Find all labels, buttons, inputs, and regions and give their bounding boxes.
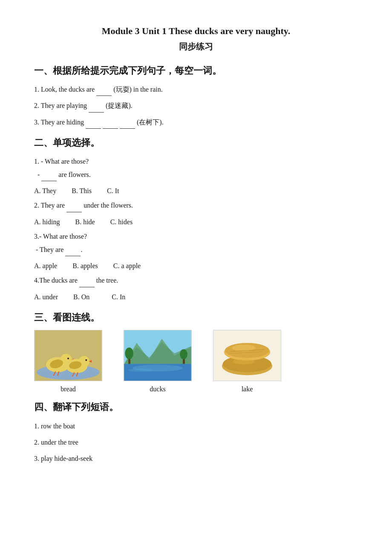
q3-blank1[interactable] bbox=[86, 121, 101, 129]
section2-q1: 1. - What are those? - are flowers. bbox=[34, 155, 358, 181]
image-item-ducks: bread bbox=[34, 330, 102, 393]
page-title-cn: 同步练习 bbox=[34, 41, 358, 52]
q3-blank2[interactable] bbox=[103, 121, 118, 129]
s2q2-optB[interactable]: B. hide bbox=[75, 218, 95, 225]
s2q1-question: 1. - What are those? bbox=[34, 155, 358, 168]
section3: 三、看图连线。 bbox=[34, 311, 358, 393]
q1-blank1[interactable] bbox=[96, 88, 112, 96]
section1-q3: 3. They are hiding (在树下). bbox=[34, 116, 358, 129]
s2q2-text2: under the flowers. bbox=[82, 202, 133, 209]
s2q2-optA[interactable]: A. hiding bbox=[34, 218, 60, 225]
s2q3-sub: - They are . bbox=[34, 243, 358, 256]
s2q1-sub: - are flowers. bbox=[34, 168, 358, 181]
section1-q2: 2. They are playing (捉迷藏). bbox=[34, 99, 358, 112]
image-item-lake: ducks bbox=[124, 330, 192, 393]
section2: 二、单项选择。 1. - What are those? - are flowe… bbox=[34, 136, 358, 304]
q3-hint: (在树下). bbox=[135, 119, 164, 126]
section1-title: 一、根据所给提示完成下列句子，每空一词。 bbox=[34, 64, 358, 77]
image-row: bread bbox=[34, 330, 358, 393]
s2q1-blank[interactable] bbox=[41, 173, 57, 181]
section3-title: 三、看图连线。 bbox=[34, 311, 358, 324]
s2q3-options: A. apple B. apples C. a apple bbox=[34, 260, 358, 272]
s2q3-optA[interactable]: A. apple bbox=[34, 262, 57, 269]
bread-label: lake bbox=[242, 385, 253, 393]
s2q4-optB[interactable]: B. On bbox=[73, 293, 89, 301]
s2q1-optC[interactable]: C. It bbox=[107, 187, 119, 194]
section4-item3: 3. play hide-and-seek bbox=[34, 452, 358, 465]
s2q4-options: A. under B. On C. In bbox=[34, 291, 358, 304]
section1-q1: 1. Look, the ducks are (玩耍) in the rain. bbox=[34, 83, 358, 96]
s2q3-blank[interactable] bbox=[65, 249, 81, 256]
duck-image bbox=[34, 330, 102, 381]
svg-point-10 bbox=[85, 359, 87, 361]
s2q2-blank[interactable] bbox=[66, 205, 82, 212]
ducks-label: bread bbox=[61, 385, 76, 393]
svg-point-32 bbox=[233, 358, 255, 364]
s2q4-optC[interactable]: C. In bbox=[112, 293, 125, 301]
s2q3-optC[interactable]: C. a apple bbox=[113, 262, 141, 269]
bread-image bbox=[213, 330, 281, 381]
section1: 一、根据所给提示完成下列句子，每空一词。 1. Look, the ducks … bbox=[34, 64, 358, 129]
s2q2-optC[interactable]: C. hides bbox=[110, 218, 133, 225]
q2-blank1[interactable] bbox=[89, 105, 104, 113]
section4-item2: 2. under the tree bbox=[34, 436, 358, 449]
s2q4-blank[interactable] bbox=[79, 280, 95, 287]
s2q4-text: 4.The ducks are bbox=[34, 277, 79, 284]
section4-title: 四、翻译下列短语。 bbox=[34, 401, 358, 413]
section2-q3: 3.- What are those? - They are . bbox=[34, 230, 358, 256]
s2q1-optB[interactable]: B. This bbox=[72, 187, 92, 194]
s2q1-options: A. They B. This C. It bbox=[34, 185, 358, 197]
q3-blank3[interactable] bbox=[120, 121, 135, 129]
section4: 四、翻译下列短语。 1. row the boat 2. under the t… bbox=[34, 401, 358, 465]
lake-label: ducks bbox=[150, 385, 165, 393]
s2q3-optB[interactable]: B. apples bbox=[72, 262, 98, 269]
svg-point-25 bbox=[180, 349, 187, 359]
lake-image bbox=[124, 330, 192, 381]
page-title-en: Module 3 Unit 1 These ducks are very nau… bbox=[34, 26, 358, 37]
q2-text: 2. They are playing bbox=[34, 102, 89, 109]
s2q4-optA[interactable]: A. under bbox=[34, 293, 58, 301]
q3-text: 3. They are hiding bbox=[34, 119, 86, 126]
section2-q2: 2. They are under the flowers. bbox=[34, 199, 358, 212]
s2q2-options: A. hiding B. hide C. hides bbox=[34, 216, 358, 228]
s2q1-optA[interactable]: A. They bbox=[34, 187, 56, 194]
section4-item1: 1. row the boat bbox=[34, 419, 358, 433]
s2q2-text: 2. They are bbox=[34, 202, 66, 209]
s2q3-question: 3.- What are those? bbox=[34, 230, 358, 243]
image-item-bread: lake bbox=[213, 330, 281, 393]
q1-number: 1. Look, the ducks are bbox=[34, 86, 96, 93]
section2-title: 二、单项选择。 bbox=[34, 136, 358, 149]
svg-point-21 bbox=[128, 369, 153, 372]
q2-hint: (捉迷藏). bbox=[104, 102, 133, 109]
section2-q4: 4.The ducks are the tree. bbox=[34, 274, 358, 287]
s2q4-text2: the tree. bbox=[95, 277, 118, 284]
q1-hint: (玩耍) in the rain. bbox=[112, 86, 163, 93]
svg-point-5 bbox=[67, 358, 69, 359]
svg-point-23 bbox=[125, 347, 133, 359]
